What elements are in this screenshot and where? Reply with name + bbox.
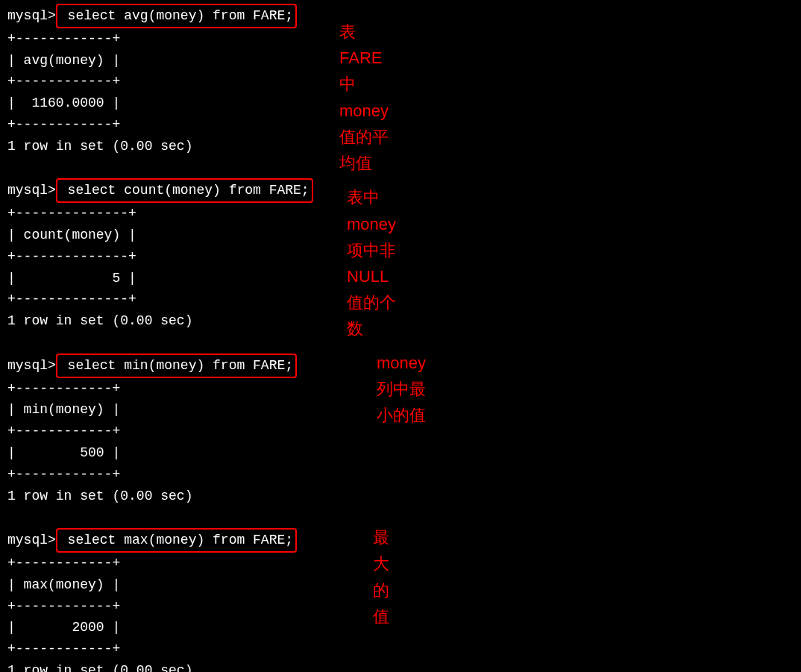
row-count-msg: 1 row in set (0.00 sec) — [7, 310, 794, 332]
row-count-msg: 1 row in set (0.00 sec) — [7, 486, 794, 507]
separator: +------------+ — [7, 114, 794, 136]
result-header: | count(money) | — [7, 224, 794, 246]
separator: +------------+ — [7, 596, 794, 618]
separator: +------------+ — [7, 638, 794, 660]
result-value: | 2000 | — [7, 617, 794, 638]
mysql-prompt-line: mysql> select max(money) from FARE; — [7, 528, 297, 553]
sql-query-max: select max(money) from FARE; — [56, 528, 297, 553]
separator: +------------+ — [7, 71, 794, 92]
sql-query-min: select min(money) from FARE; — [56, 354, 297, 378]
prompt: mysql> — [7, 183, 56, 198]
sql-query-count: select count(money) from FARE; — [56, 178, 313, 203]
result-header: | min(money) | — [7, 399, 794, 421]
mysql-prompt-line: mysql> select count(money) from FARE; — [7, 178, 313, 203]
result-value: | 500 | — [7, 442, 794, 464]
mysql-prompt-line: mysql> select min(money) from FARE; — [7, 354, 297, 378]
sql-query-avg: select avg(money) from FARE; — [56, 4, 297, 28]
row-count-msg: 1 row in set (0.00 sec) — [7, 660, 794, 672]
separator: +--------------+ — [7, 203, 794, 224]
terminal-output: mysql> select avg(money) from FARE; 表FAR… — [7, 4, 794, 672]
result-value: | 1160.0000 | — [7, 92, 794, 114]
separator: +------------+ — [7, 464, 794, 486]
prompt: mysql> — [7, 8, 56, 23]
separator: +------------+ — [7, 553, 794, 574]
separator: +------------+ — [7, 378, 794, 400]
result-value: | 5 | — [7, 268, 794, 289]
query-block-min: mysql> select min(money) from FARE; mone… — [7, 354, 794, 378]
blank-line — [7, 506, 794, 528]
separator: +--------------+ — [7, 246, 794, 268]
prompt: mysql> — [7, 533, 56, 547]
query-block-count: mysql> select count(money) from FARE; 表中… — [7, 178, 794, 203]
blank-line — [7, 157, 794, 179]
separator: +--------------+ — [7, 289, 794, 310]
row-count-msg: 1 row in set (0.00 sec) — [7, 136, 794, 157]
result-header: | avg(money) | — [7, 50, 794, 72]
query-block-avg: mysql> select avg(money) from FARE; 表FAR… — [7, 4, 794, 28]
prompt: mysql> — [7, 358, 56, 373]
mysql-prompt-line: mysql> select avg(money) from FARE; — [7, 4, 297, 28]
query-block-max: mysql> select max(money) from FARE; 最大的值 — [7, 528, 794, 553]
result-header: | max(money) | — [7, 574, 794, 596]
separator: +------------+ — [7, 28, 794, 50]
separator: +------------+ — [7, 421, 794, 442]
